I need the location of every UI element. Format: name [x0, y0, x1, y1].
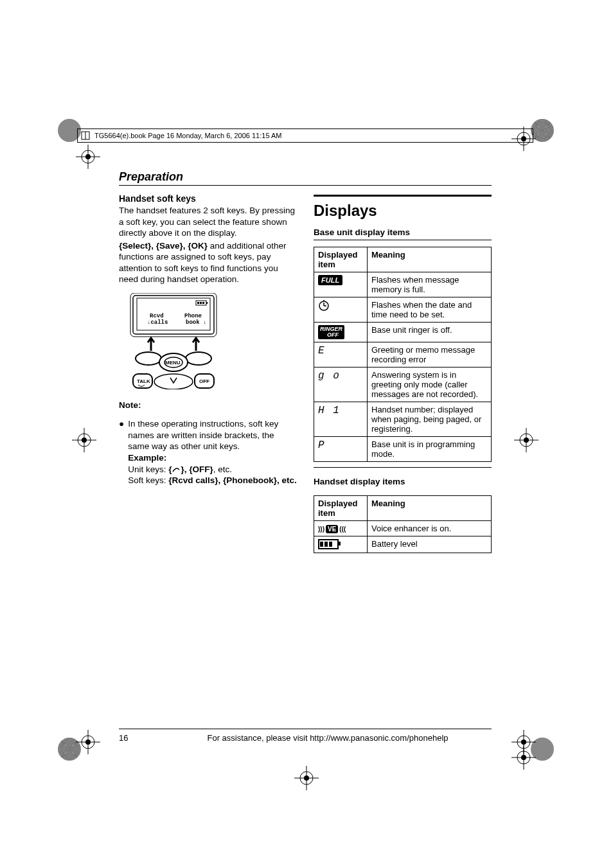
bullet-dot-icon: ● — [119, 418, 124, 486]
meaning-cell: Battery level — [368, 536, 492, 553]
meaning-cell: Base unit ringer is off. — [368, 323, 492, 342]
meaning-cell: Voice enhancer is on. — [368, 521, 492, 536]
page-footer: 16 For assistance, please visit http://w… — [119, 729, 492, 743]
voice-enhancer-icon: )))VE((( — [318, 525, 346, 533]
svg-text:OFF: OFF — [199, 378, 209, 384]
svg-rect-40 — [202, 302, 204, 304]
table-row: Battery level — [314, 536, 492, 553]
svg-rect-41 — [206, 302, 208, 304]
print-header: TG5664(e).book Page 16 Monday, March 6, … — [77, 128, 533, 143]
page-number: 16 — [119, 733, 138, 743]
right-column: Displays Base unit display items Display… — [314, 193, 492, 553]
table-row: E Greeting or memo message recording err… — [314, 342, 492, 368]
note-bullet: ● In these operating instructions, soft … — [119, 418, 297, 486]
program-mode-icon: P — [318, 439, 326, 451]
register-mark-icon — [72, 428, 96, 452]
note-label: Note: — [119, 400, 297, 410]
svg-point-23 — [85, 740, 91, 745]
softkeys-heading: Handset soft keys — [119, 193, 297, 204]
battery-icon — [318, 539, 339, 549]
unitkeys-label: Unit keys: — [128, 465, 168, 474]
svg-text:↓calls: ↓calls — [147, 319, 168, 326]
softkey-names: {Select}, {Save}, {OK} — [119, 241, 208, 251]
table-row: RINGER OFF Base unit ringer is off. — [314, 323, 492, 342]
note-text: In these operating instructions, soft ke… — [128, 419, 278, 451]
th-displayed: Displayed item — [314, 247, 368, 272]
talk-icon — [172, 466, 181, 473]
handset-sub: Handset display items — [314, 477, 492, 489]
table-row: Flashes when the date and time need to b… — [314, 297, 492, 323]
softkeys-label: Soft keys: — [128, 475, 168, 485]
handset-display-table: Displayed item Meaning )))VE((( Voice en… — [314, 495, 492, 553]
svg-point-49 — [154, 374, 193, 389]
meaning-cell: Handset number; displayed when paging, b… — [368, 402, 492, 437]
meaning-cell: Flashes when message memory is full. — [368, 272, 492, 297]
register-mark-icon — [76, 145, 100, 169]
svg-point-3 — [85, 154, 91, 159]
displays-title: Displays — [314, 195, 492, 220]
table-row: g o Answering system is in greeting only… — [314, 368, 492, 402]
example-label: Example: — [128, 453, 166, 463]
table-row: P Base unit is in programming mode. — [314, 437, 492, 462]
svg-text:book ↓: book ↓ — [186, 319, 206, 326]
register-mark-icon — [514, 428, 538, 452]
handset-number-icon: H 1 — [318, 405, 341, 416]
svg-point-27 — [521, 740, 526, 745]
svg-text:MENU: MENU — [165, 360, 181, 366]
th-meaning: Meaning — [368, 496, 492, 521]
table-row: )))VE((( Voice enhancer is on. — [314, 521, 492, 536]
svg-point-31 — [521, 755, 526, 760]
handset-illustration: Rcvd ↓calls Phone book ↓ MENU TALK — [119, 293, 228, 389]
svg-point-15 — [524, 438, 529, 443]
svg-point-45 — [186, 352, 211, 365]
th-displayed: Displayed item — [314, 496, 368, 521]
softkeys-value: {Rcvd calls}, {Phonebook}, etc. — [168, 475, 297, 485]
screen-rcvd: Rcvd — [150, 313, 164, 319]
th-meaning: Meaning — [368, 247, 492, 272]
svg-rect-38 — [197, 302, 199, 304]
register-mark-icon — [294, 766, 319, 790]
register-mark-icon — [76, 730, 100, 754]
svg-point-19 — [304, 775, 309, 781]
base-display-table: Displayed item Meaning FULL Flashes when… — [314, 247, 492, 462]
table-row: FULL Flashes when message memory is full… — [314, 272, 492, 297]
svg-text:TALK: TALK — [137, 378, 150, 384]
book-icon — [80, 130, 91, 141]
meaning-cell: Flashes when the date and time need to b… — [368, 297, 492, 323]
print-header-text: TG5664(e).book Page 16 Monday, March 6, … — [94, 132, 281, 139]
error-icon: E — [318, 345, 326, 357]
svg-rect-39 — [200, 302, 202, 304]
softkeys-para2: {Select}, {Save}, {OK} and additional ot… — [119, 240, 297, 285]
screen-phone: Phone — [184, 313, 202, 319]
svg-point-44 — [136, 352, 161, 365]
table-row: H 1 Handset number; displayed when pagin… — [314, 402, 492, 437]
softkeys-para1: The handset features 2 soft keys. By pre… — [119, 205, 297, 239]
meaning-cell: Greeting or memo message recording error — [368, 342, 492, 368]
meaning-cell: Answering system is in greeting only mod… — [368, 368, 492, 402]
left-column: Handset soft keys The handset features 2… — [119, 193, 297, 553]
base-sub: Base unit display items — [314, 227, 492, 240]
meaning-cell: Base unit is in programming mode. — [368, 437, 492, 462]
footer-text: For assistance, please visit http://www.… — [164, 733, 492, 743]
clock-icon — [318, 300, 330, 312]
full-icon: FULL — [318, 275, 342, 285]
svg-point-11 — [82, 438, 87, 443]
greeting-only-icon: g o — [318, 370, 341, 382]
unitkeys-value: {}, {OFF} — [168, 465, 213, 474]
ringer-off-icon: RINGER OFF — [318, 325, 344, 339]
register-mark-icon — [511, 745, 536, 770]
section-title: Preparation — [119, 170, 492, 186]
